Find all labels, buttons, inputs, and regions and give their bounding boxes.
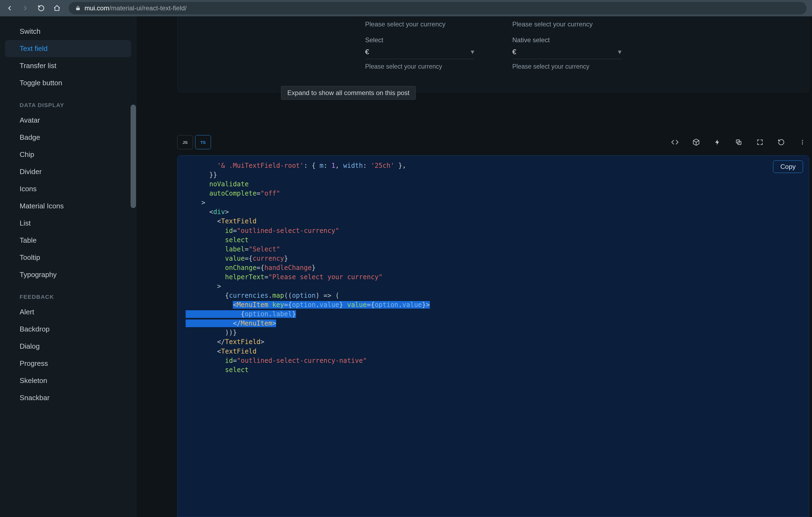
demo-panel: Please select your currency Select € ▾ P…	[177, 16, 809, 92]
sidebar-item-chip[interactable]: Chip	[0, 146, 136, 163]
address-bar[interactable]: mui.com/material-ui/react-text-field/	[69, 2, 807, 14]
code-content: '& .MuiTextField-root': { m: 1, width: '…	[185, 161, 801, 374]
chevron-down-icon: ▾	[618, 48, 621, 56]
more-icon[interactable]	[796, 135, 809, 149]
helper-text: Please select your currency	[513, 21, 621, 28]
stackblitz-icon[interactable]	[710, 135, 724, 149]
codesandbox-icon[interactable]	[689, 135, 703, 149]
sidebar-item-text-field[interactable]: Text field	[5, 40, 131, 57]
browser-toolbar: mui.com/material-ui/react-text-field/	[0, 0, 812, 16]
sidebar-item-divider[interactable]: Divider	[0, 163, 136, 180]
sidebar-item-progress[interactable]: Progress	[0, 355, 136, 372]
reset-icon[interactable]	[774, 135, 788, 149]
sidebar-item-icons[interactable]: Icons	[0, 180, 136, 197]
fullscreen-icon[interactable]	[753, 135, 767, 149]
helper-text: Please select your currency	[513, 63, 621, 70]
sidebar-item-badge[interactable]: Badge	[0, 129, 136, 146]
sidebar-item-avatar[interactable]: Avatar	[0, 112, 136, 129]
sidebar-item-backdrop[interactable]: Backdrop	[0, 321, 136, 338]
code-block[interactable]: Copy '& .MuiTextField-root': { m: 1, wid…	[177, 155, 809, 517]
tooltip-expand-comments: Expand to show all comments on this post	[281, 86, 416, 100]
sidebar-item-toggle-button[interactable]: Toggle button	[0, 74, 136, 92]
main-content: Please select your currency Select € ▾ P…	[136, 16, 812, 517]
native-select-input[interactable]: € ▾	[513, 46, 621, 59]
reload-button[interactable]	[37, 4, 45, 12]
sidebar-item-skeleton[interactable]: Skeleton	[0, 372, 136, 389]
lock-icon	[75, 5, 81, 11]
sidebar-item-table[interactable]: Table	[0, 232, 136, 249]
url-path: /material-ui/react-text-field/	[109, 4, 187, 12]
sidebar-item-tooltip[interactable]: Tooltip	[0, 249, 136, 266]
svg-point-3	[802, 142, 803, 143]
sidebar-item-transfer-list[interactable]: Transfer list	[0, 57, 136, 74]
sidebar-item-dialog[interactable]: Dialog	[0, 338, 136, 355]
helper-text: Please select your currency	[365, 21, 474, 28]
sidebar-item-material-icons[interactable]: Material Icons	[0, 197, 136, 215]
select-value: €	[365, 48, 369, 56]
sidebar-item-switch[interactable]: Switch	[0, 23, 136, 40]
url-domain: mui.com	[85, 4, 109, 12]
docs-sidebar: Switch Text field Transfer list Toggle b…	[0, 16, 136, 517]
code-toolbar: JS TS	[177, 134, 809, 150]
back-button[interactable]	[5, 4, 13, 12]
sidebar-section-data-display: DATA DISPLAY	[0, 92, 136, 112]
home-button[interactable]	[53, 4, 61, 12]
sidebar-section-feedback: FEEDBACK	[0, 283, 136, 303]
copy-button[interactable]: Copy	[773, 160, 803, 173]
field-label: Native select	[513, 36, 621, 44]
sidebar-item-list[interactable]: List	[0, 215, 136, 232]
svg-point-4	[802, 144, 803, 145]
sidebar-item-typography[interactable]: Typography	[0, 266, 136, 283]
lang-tab-ts[interactable]: TS	[195, 135, 211, 149]
lang-tab-js[interactable]: JS	[177, 135, 193, 149]
field-label: Select	[365, 36, 474, 44]
sidebar-item-snackbar[interactable]: Snackbar	[0, 389, 136, 406]
show-source-icon[interactable]	[668, 135, 682, 149]
chevron-down-icon: ▾	[471, 48, 474, 56]
svg-point-2	[802, 140, 803, 141]
select-value: €	[513, 48, 516, 56]
helper-text: Please select your currency	[365, 63, 474, 70]
sidebar-item-alert[interactable]: Alert	[0, 303, 136, 321]
forward-button[interactable]	[21, 4, 29, 12]
copy-icon[interactable]	[732, 135, 746, 149]
select-input[interactable]: € ▾	[365, 46, 474, 59]
